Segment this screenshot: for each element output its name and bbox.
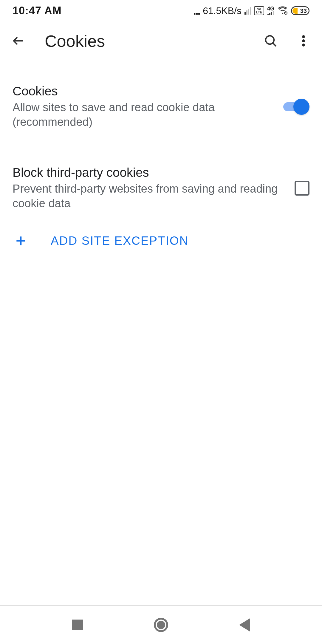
status-time: 10:47 AM [13, 4, 62, 17]
block-third-party-title: Block third-party cookies [13, 165, 286, 180]
back-button[interactable] [7, 29, 30, 53]
arrow-left-icon [11, 34, 26, 48]
search-icon [264, 34, 278, 48]
cookies-toggle[interactable] [283, 98, 309, 115]
status-indicators: ... 61.5KB/s VoLTE 4G 33 [193, 4, 309, 17]
volte-icon: VoLTE [254, 6, 264, 15]
svg-point-3 [302, 40, 305, 42]
cookies-subtitle: Allow sites to save and read cookie data… [13, 100, 274, 130]
cookies-title: Cookies [13, 84, 274, 98]
cookies-setting[interactable]: Cookies Allow sites to save and read coo… [0, 72, 322, 142]
wifi-icon [277, 4, 288, 17]
home-button[interactable] [152, 616, 170, 634]
page-title: Cookies [39, 31, 250, 51]
ellipsis-icon: ... [193, 4, 200, 17]
settings-list: Cookies Allow sites to save and read coo… [0, 60, 322, 271]
add-site-exception-label: ADD SITE EXCEPTION [33, 234, 189, 247]
svg-point-0 [284, 12, 287, 14]
block-third-party-setting[interactable]: Block third-party cookies Prevent third-… [0, 154, 322, 223]
search-button[interactable] [259, 29, 283, 53]
add-site-exception-button[interactable]: ADD SITE EXCEPTION [0, 223, 322, 259]
recents-button[interactable] [69, 616, 86, 634]
app-bar: Cookies [0, 21, 322, 60]
triangle-left-icon [239, 618, 250, 631]
plus-icon [9, 234, 33, 247]
square-icon [72, 620, 83, 630]
svg-point-2 [302, 35, 305, 38]
network-speed: 61.5KB/s [203, 5, 242, 16]
circle-icon [154, 618, 168, 632]
more-vert-icon [296, 34, 311, 48]
network-type-icon: 4G [267, 7, 274, 15]
battery-icon: 33 [291, 6, 309, 15]
system-nav-bar [0, 605, 322, 644]
svg-point-4 [302, 44, 305, 46]
overflow-menu-button[interactable] [292, 29, 315, 53]
block-third-party-checkbox[interactable] [295, 181, 309, 196]
block-third-party-subtitle: Prevent third-party websites from saving… [13, 182, 286, 211]
signal-icon-1 [244, 7, 251, 15]
svg-point-1 [266, 36, 274, 44]
status-bar: 10:47 AM ... 61.5KB/s VoLTE 4G 33 [0, 0, 322, 21]
back-nav-button[interactable] [236, 616, 253, 634]
